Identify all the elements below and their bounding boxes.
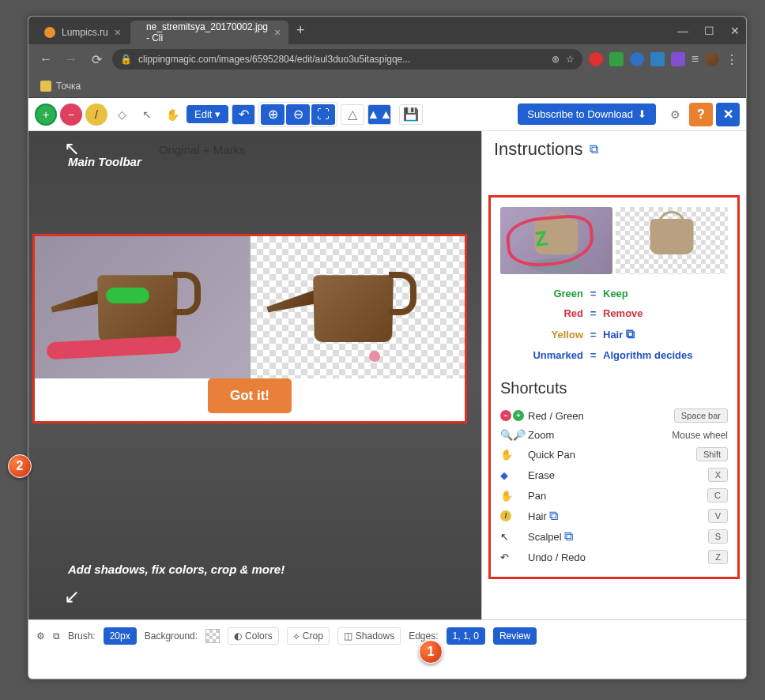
legend-yellow: Yellow = Hair ⧉ [500,323,728,345]
demo-result-image [616,207,728,274]
tab-clippingmagic[interactable]: ne_stremitsya_20170002.jpg - Cli × [130,21,288,44]
remove-tool[interactable]: − [60,103,82,126]
legend-red: Red = Remove [500,303,728,323]
tab-label: ne_stremitsya_20170002.jpg - Cli [146,21,268,43]
review-button[interactable]: Review [493,627,537,645]
layers-icon[interactable]: ⧉ [53,630,60,642]
bottom-toolbar: ⚙ ⧉ Brush: 20px Background: ◐Colors ⟡Cro… [28,619,746,651]
folder-icon [40,81,51,92]
demo-original-image: Z [500,207,612,274]
zoom-icon: 🔍🔎 [500,429,528,441]
shortcut-pan: ✋ Pan C [500,485,728,506]
external-link-icon[interactable]: ⧉ [626,327,635,341]
tutorial-box: Got it! [32,234,467,423]
tutorial-result-image [251,236,465,378]
titlebar: Lumpics.ru × ne_stremitsya_20170002.jpg … [28,17,746,44]
eraser-tool[interactable]: ◇ [111,103,133,126]
help-button[interactable]: ? [689,103,713,126]
shortcut-undo: ↶ Undo / Redo Z [500,547,728,567]
reload-button[interactable]: ⟳ [87,52,106,67]
ext-purple-icon[interactable] [671,52,685,66]
maximize-icon[interactable]: ☐ [704,24,714,37]
brush-size[interactable]: 20px [104,627,137,645]
shadows-button[interactable]: ◫Shadows [337,627,401,645]
view-original-button[interactable]: △ [341,104,364,125]
url-field[interactable]: 🔒 clippingmagic.com/images/65952804/edit… [112,49,582,70]
edit-dropdown[interactable]: Edit▾ [187,105,228,123]
eraser-icon: ◆ [500,469,528,481]
tab-lumpics[interactable]: Lumpics.ru × [35,21,130,44]
legend-unmarked: Unmarked = Algorithm decides [500,345,728,365]
callout-2: 2 [8,454,32,478]
close-icon[interactable]: × [115,26,121,39]
save-button[interactable]: 💾 [399,104,423,125]
scalpel-tool[interactable]: ↖ [136,103,158,126]
close-icon[interactable]: × [274,26,281,39]
close-window-icon[interactable]: ✕ [730,24,740,37]
shortcuts-title: Shortcuts [500,379,728,397]
back-button[interactable]: ← [36,52,55,66]
avatar-icon[interactable] [705,52,719,66]
canvas-area: ↖ Main Toolbar Original + Marks [28,131,746,619]
shadow-icon: ◫ [344,630,352,642]
gear-icon[interactable]: ⚙ [36,630,45,642]
forward-button[interactable]: → [62,52,81,66]
browser-window: Lumpics.ru × ne_stremitsya_20170002.jpg … [28,16,747,679]
zoom-out-button[interactable]: ⊖ [286,104,310,125]
shortcut-hair: / Hair ⧉ V [500,506,728,526]
download-icon: ⬇ [638,108,646,120]
main-toolbar-label: Main Toolbar [68,155,141,168]
favicon-icon [44,27,55,38]
bookmark-item[interactable]: Точка [56,81,81,92]
got-it-button[interactable]: Got it! [208,378,292,413]
colors-button[interactable]: ◐Colors [228,627,279,645]
brush-label: Brush: [68,630,96,642]
keep-tool[interactable]: + [35,103,57,126]
new-tab-button[interactable]: + [296,22,305,39]
address-bar: ← → ⟳ 🔒 clippingmagic.com/images/6595280… [28,44,746,74]
scalpel-icon: ↖ [500,531,528,543]
window-controls: — ☐ ✕ [677,24,740,37]
callout-1: 1 [419,640,443,664]
background-swatch[interactable] [205,629,220,643]
add-shadows-label: Add shadows, fix colors, crop & more! [68,563,285,576]
translate-icon[interactable]: ⊛ [552,54,560,65]
minimize-icon[interactable]: — [677,24,688,37]
menu-icon[interactable]: ⋮ [725,52,738,67]
hair-tool[interactable]: / [85,103,107,126]
ext-cube-icon[interactable] [650,52,665,66]
external-link-icon[interactable]: ⧉ [564,529,573,543]
shortcut-zoom: 🔍🔎 Zoom Mouse wheel [500,426,728,444]
shortcut-redgreen: −+ Red / Green Space bar [500,405,728,426]
zoom-in-button[interactable]: ⊕ [261,104,285,125]
ext-opera-icon[interactable] [589,52,603,66]
undo-button[interactable]: ↶ [232,104,255,125]
subscribe-button[interactable]: Subscribe to Download⬇ [518,103,656,125]
edges-value[interactable]: 1, 1, 0 [447,627,485,645]
pan-tool[interactable]: ✋ [161,103,183,126]
external-link-icon[interactable]: ⧉ [590,142,598,156]
ext-check-icon[interactable] [609,52,624,66]
ext-globe-icon[interactable] [630,52,644,66]
crop-icon: ⟡ [293,630,300,642]
close-panel-button[interactable]: ✕ [716,103,740,126]
star-icon[interactable]: ☆ [566,54,575,65]
lock-icon: 🔒 [120,54,132,65]
hand-icon: ✋ [500,449,528,461]
crop-button[interactable]: ⟡Crop [287,627,330,645]
tab-label: Lumpics.ru [62,27,108,38]
external-link-icon[interactable]: ⧉ [549,509,558,522]
url-text: clippingmagic.com/images/65952804/edit/a… [138,54,410,65]
legend-green: Green = Keep [500,284,728,303]
fit-button[interactable]: ⛶ [311,104,335,125]
shortcut-erase: ◆ Erase X [500,465,728,485]
compare-button[interactable]: ▲▲ [367,104,391,125]
reading-list-icon[interactable]: ≡ [692,52,699,66]
main-toolbar: + − / ◇ ↖ ✋ Edit▾ ↶ ⊕ ⊖ ⛶ △ ▲▲ 💾 Subscri… [28,98,746,131]
shortcut-scalpel: ↖ Scalpel ⧉ S [500,526,728,547]
instructions-panel: Instructions ⧉ Z [481,131,746,619]
settings-icon[interactable]: ⚙ [664,103,686,126]
original-marks-label: Original + Marks [159,143,246,156]
chevron-down-icon: ▾ [215,108,220,120]
green-mark [106,288,149,303]
